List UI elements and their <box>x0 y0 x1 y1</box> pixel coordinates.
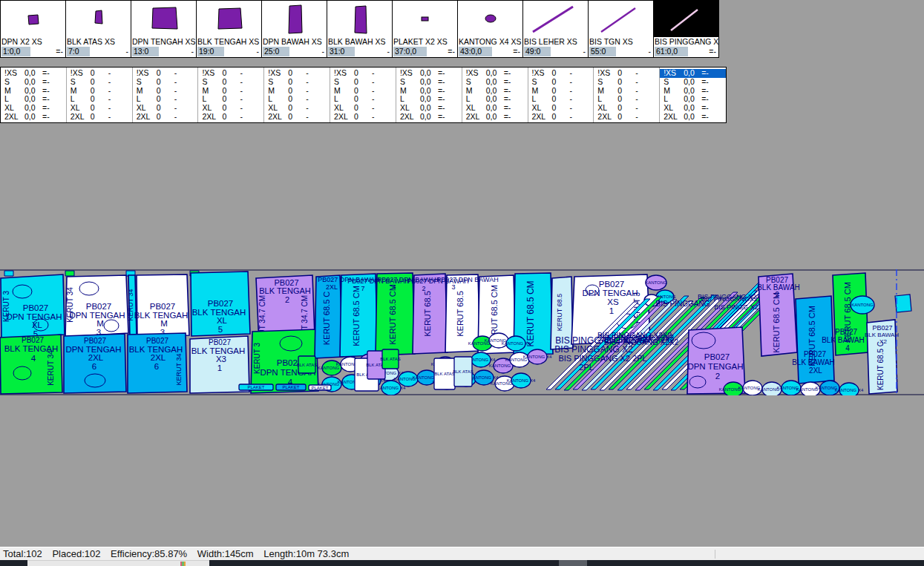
size-row[interactable]: S0,0=- <box>396 78 462 87</box>
size-label: 2XL <box>71 113 91 122</box>
size-column: !XS0,0=-S0,0=-M0,0=-L0,0=-XL0,0=-2XL0,0=… <box>660 68 726 122</box>
size-value: 0,0 <box>24 113 42 122</box>
size-flag: - <box>306 113 309 122</box>
size-row[interactable]: S0- <box>330 78 396 87</box>
size-label: S <box>532 78 552 87</box>
size-row[interactable]: M0- <box>198 87 263 96</box>
piece-label: XS <box>607 297 619 306</box>
pattern-piece[interactable] <box>65 271 74 276</box>
size-row[interactable]: 2XL0- <box>198 113 263 122</box>
size-row[interactable]: S0- <box>67 78 132 87</box>
size-row[interactable]: 2XL0,0=- <box>396 113 462 122</box>
piece-label: PLAKET <box>311 386 328 390</box>
size-row[interactable]: 2XL0- <box>330 113 396 122</box>
piece-card-numrow: 61:0,0=- <box>654 47 718 57</box>
size-value: 0 <box>157 113 174 122</box>
piece-label: 4 <box>845 344 850 352</box>
size-row[interactable]: !XS0- <box>133 69 198 78</box>
piece-label: PB027 <box>86 302 112 311</box>
piece-card-index: 19:0 <box>197 47 224 56</box>
piece-card[interactable]: BIS PINGGANG X2 XS61:0,0=- <box>653 0 719 58</box>
piece-card[interactable]: BLK ATAS XS7:0- <box>65 0 131 58</box>
size-row[interactable]: M0- <box>594 87 659 96</box>
size-row[interactable]: !XS0- <box>264 69 330 78</box>
piece-card-numrow: 49:0- <box>523 47 588 57</box>
piece-card[interactable]: BLK BAWAH XS31:0- <box>327 0 393 58</box>
size-row[interactable]: 2XL0- <box>594 113 659 122</box>
size-row[interactable]: !XS0- <box>330 69 396 78</box>
piece-label: PB027 <box>23 303 49 312</box>
size-row[interactable]: S0- <box>594 78 659 87</box>
size-row[interactable]: !XS0- <box>528 69 594 78</box>
pattern-piece[interactable] <box>895 294 911 312</box>
size-row[interactable]: 2XL0- <box>528 113 594 122</box>
size-value: 0 <box>288 78 306 87</box>
piece-card-flag: =- <box>513 47 521 56</box>
size-value: 0,0 <box>486 78 504 87</box>
size-row[interactable]: M0- <box>67 87 132 96</box>
taskbar-app-icon <box>180 562 186 566</box>
piece-label: KERUT 34 <box>66 287 74 323</box>
taskbar-window-button[interactable] <box>27 560 209 566</box>
size-label: S <box>137 78 157 87</box>
piece-label: PB027 <box>146 337 168 345</box>
size-row[interactable]: M0- <box>528 87 594 96</box>
piece-card[interactable]: DPN TENGAH XS13:0- <box>131 0 197 58</box>
size-row[interactable]: !XS0- <box>198 69 263 78</box>
size-row[interactable]: S0- <box>264 78 330 87</box>
piece-label: BLK ATAS <box>434 372 454 376</box>
piece-card[interactable]: BLK TENGAH XS19:0- <box>196 0 262 58</box>
size-flag: - <box>372 113 375 122</box>
size-row[interactable]: 2XL0- <box>67 113 132 122</box>
piece-thumbnail <box>66 1 131 37</box>
piece-label: 1 <box>609 306 614 315</box>
piece-label: PB027 <box>872 324 892 332</box>
piece-thumbnail <box>654 1 718 37</box>
piece-card[interactable]: BIS TGN XS55:0- <box>588 0 654 58</box>
size-row[interactable]: M0- <box>264 87 330 96</box>
size-label: 2XL <box>466 113 486 122</box>
size-column: !XS0-S0-M0-L0-XL0-2XL0- <box>330 68 396 122</box>
piece-label: BLK BAWAH <box>822 336 865 344</box>
size-flag: - <box>108 78 111 87</box>
taskbar-button[interactable] <box>559 560 587 566</box>
size-value: 0,0 <box>420 78 438 87</box>
piece-label: 2 <box>715 372 720 381</box>
size-row[interactable]: S0- <box>528 78 594 87</box>
piece-card[interactable]: BIS LEHER XS49:0- <box>522 0 589 58</box>
size-flag: =- <box>701 113 709 122</box>
size-row[interactable]: S0- <box>198 78 263 87</box>
size-row[interactable]: M0- <box>330 87 396 96</box>
marker-area[interactable]: PB027DPN TENGAHXL5KERUT 3PB027DPN TENGAH… <box>0 269 924 395</box>
piece-card-numrow: 55:0- <box>589 47 653 57</box>
size-row[interactable]: S0,0=- <box>462 78 528 87</box>
piece-card[interactable]: KANTONG X4 XS43:0,0=- <box>457 0 523 58</box>
size-row[interactable]: !XS0- <box>67 69 132 78</box>
piece-card[interactable]: DPN X2 XS1:0,0=- <box>0 0 66 58</box>
size-row[interactable]: M0- <box>133 87 198 96</box>
size-row[interactable]: 2XL0,0=- <box>1 113 66 122</box>
piece-card[interactable]: PLAKET X2 XS37:0,0=- <box>392 0 458 58</box>
size-label: S <box>400 78 420 87</box>
piece-label: 4 <box>31 354 36 363</box>
size-value: 0,0 <box>486 113 504 122</box>
piece-label: 2XL <box>809 366 822 375</box>
size-row[interactable]: S0,0=- <box>1 78 66 87</box>
piece-label: PB027 <box>599 280 625 289</box>
size-row[interactable]: S0,0=- <box>660 78 726 87</box>
size-row[interactable]: 2XL0- <box>133 113 198 122</box>
size-row[interactable]: 2XL0,0=- <box>462 113 528 122</box>
pattern-piece[interactable] <box>4 271 13 276</box>
size-value: 0 <box>617 113 635 122</box>
size-value: 0 <box>288 113 306 122</box>
size-row[interactable]: 2XL0- <box>264 113 330 122</box>
status-length: Length:10m 73.3cm <box>263 548 349 559</box>
piece-card-flag: =- <box>709 47 717 56</box>
size-flag: =- <box>438 113 445 122</box>
piece-card[interactable]: DPN BAWAH XS25:0- <box>261 0 327 58</box>
size-row[interactable]: S0- <box>133 78 198 87</box>
size-row[interactable]: !XS0- <box>594 69 659 78</box>
piece-card-index: 61:0,0 <box>655 47 688 56</box>
size-row[interactable]: 2XL0,0=- <box>660 113 726 122</box>
piece-label: KANTONG X4 <box>835 388 864 392</box>
